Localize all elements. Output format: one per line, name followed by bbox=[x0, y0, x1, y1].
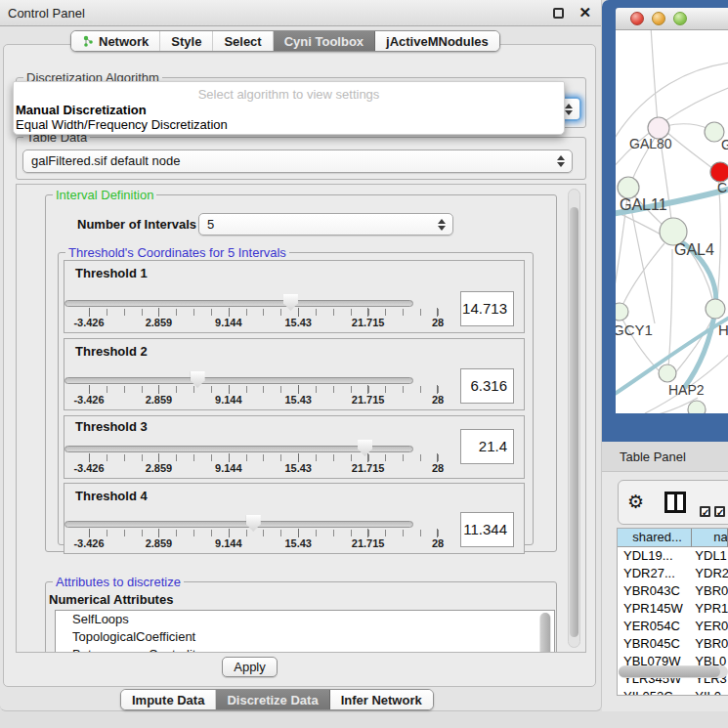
scrollbar-thumb[interactable] bbox=[619, 666, 720, 677]
network-view-window: GAL80 GA C GAL11 GAL4 GCY1 H HAP2 bbox=[602, 0, 728, 442]
tab-infer-network[interactable]: Infer Network bbox=[330, 690, 433, 709]
numerical-attributes-list: SelfLoops TopologicalCoefficient Between… bbox=[55, 610, 555, 653]
threshold-1-slider-track[interactable] bbox=[64, 300, 413, 307]
table-panel-titlebar: Table Panel bbox=[602, 442, 728, 472]
tab-cyni-toolbox[interactable]: Cyni Toolbox bbox=[274, 31, 375, 51]
close-traffic-light-icon[interactable] bbox=[630, 12, 644, 25]
threshold-4-panel: Threshold 4 -3.426 2.859 9.144 15.43 21.… bbox=[64, 483, 525, 554]
list-item[interactable]: BetweennessCentrality bbox=[56, 646, 554, 653]
threshold-1-panel: Threshold 1 -3.426 2.859 9.144 15.43 21.… bbox=[64, 260, 525, 333]
node-red bbox=[710, 162, 728, 182]
threshold-2-slider-track[interactable] bbox=[64, 377, 413, 384]
apply-button[interactable]: Apply bbox=[222, 657, 278, 677]
number-of-intervals-combo[interactable]: 5 bbox=[198, 213, 453, 236]
table-row[interactable]: YPR145WYPR1 bbox=[618, 600, 728, 618]
threshold-4-slider-track[interactable] bbox=[64, 521, 413, 528]
node-table: shared... na YDL19...YDL1 YDR27...YDR2 Y… bbox=[617, 528, 728, 696]
table-row[interactable]: YBR043CYBR0 bbox=[618, 582, 728, 600]
algorithm-option-manual[interactable]: Manual Discretization bbox=[16, 103, 147, 117]
tab-network[interactable]: Network bbox=[71, 31, 160, 51]
node-label: GAL80 bbox=[629, 136, 672, 151]
table-row[interactable]: YDR27...YDR2 bbox=[618, 565, 728, 582]
table-horizontal-scrollbar[interactable] bbox=[619, 665, 728, 678]
node-label: HAP2 bbox=[668, 382, 705, 398]
attributes-group-title: Attributes to discretize bbox=[53, 575, 184, 589]
control-panel-titlebar: Control Panel ✕ bbox=[0, 0, 601, 26]
float-window-icon[interactable] bbox=[553, 8, 564, 19]
table-data-combo-value: galFiltered.sif default node bbox=[31, 153, 180, 168]
algorithm-option-equal-width[interactable]: Equal Width/Frequency Discretization bbox=[16, 117, 228, 132]
columns-icon[interactable] bbox=[664, 492, 686, 513]
combo-stepper-icon bbox=[557, 150, 565, 172]
tick-marks bbox=[89, 454, 439, 461]
threshold-3-panel: Threshold 3 -3.426 2.859 9.144 15.43 21.… bbox=[64, 415, 525, 479]
panel-title: Control Panel bbox=[8, 0, 85, 26]
node-label: GAL11 bbox=[620, 196, 667, 213]
tab-discretize-data-label: Discretize Data bbox=[227, 693, 318, 707]
table-data-combo[interactable]: galFiltered.sif default node bbox=[22, 150, 573, 173]
tab-select[interactable]: Select bbox=[213, 31, 273, 51]
column-header-shared-name[interactable]: shared... bbox=[618, 529, 692, 547]
list-item[interactable]: TopologicalCoefficient bbox=[56, 628, 554, 646]
table-row[interactable]: YIL052CYIL0 bbox=[618, 688, 728, 696]
settings-vertical-scrollbar[interactable] bbox=[568, 189, 580, 648]
node-label: GCY1 bbox=[616, 321, 653, 338]
tick-marks bbox=[89, 530, 439, 536]
tab-discretize-data[interactable]: Discretize Data bbox=[216, 690, 329, 709]
control-panel-window: Control Panel ✕ Network Style Select Cyn… bbox=[0, 0, 602, 711]
table-data-group: Table Data galFiltered.sif default node bbox=[16, 137, 586, 180]
table-header-row: shared... na bbox=[618, 529, 728, 547]
table-panel-body: ⚙ ✓ ✓ shared... na YDL19...YDL1 YDR27...… bbox=[602, 472, 728, 711]
tab-impute-data[interactable]: Impute Data bbox=[121, 690, 216, 709]
threshold-2-value-field[interactable]: 6.316 bbox=[460, 368, 514, 404]
screen: Control Panel ✕ Network Style Select Cyn… bbox=[0, 0, 728, 728]
tab-style[interactable]: Style bbox=[160, 31, 213, 51]
settings-scroll-pane: Interval Definition Number of Intervals … bbox=[16, 184, 586, 653]
network-canvas[interactable]: GAL80 GA C GAL11 GAL4 GCY1 H HAP2 bbox=[616, 30, 728, 413]
tab-infer-network-label: Infer Network bbox=[341, 693, 422, 707]
threshold-4-label: Threshold 4 bbox=[75, 489, 148, 503]
tick-marks bbox=[89, 386, 439, 393]
list-scrollbar[interactable] bbox=[539, 613, 551, 653]
threshold-2-panel: Threshold 2 -3.426 2.859 9.144 15.43 21.… bbox=[64, 338, 525, 410]
network-icon bbox=[82, 35, 95, 48]
gear-icon[interactable]: ⚙ bbox=[627, 490, 644, 515]
interval-definition-group: Interval Definition Number of Intervals … bbox=[45, 194, 557, 552]
node-hap2 bbox=[659, 364, 676, 382]
close-icon[interactable]: ✕ bbox=[578, 4, 591, 21]
table-row[interactable]: YDL19...YDL1 bbox=[618, 547, 728, 565]
tab-jactivemnodules[interactable]: jActiveMNodules bbox=[375, 31, 499, 51]
checkbox-icon[interactable]: ✓ bbox=[700, 506, 710, 517]
table-row[interactable]: YER054CYER0 bbox=[618, 618, 728, 635]
tab-jactivemnodules-label: jActiveMNodules bbox=[386, 34, 489, 49]
table-panel-title: Table Panel bbox=[620, 442, 686, 472]
tab-impute-data-label: Impute Data bbox=[132, 693, 204, 707]
node-label: GAL4 bbox=[674, 241, 714, 258]
node-label: GA bbox=[721, 137, 728, 152]
tick-labels: -3.426 2.859 9.144 15.43 21.715 28 bbox=[89, 317, 438, 329]
column-header-name[interactable]: na bbox=[692, 529, 728, 547]
table-panel-toolbar: ⚙ ✓ ✓ bbox=[618, 480, 728, 525]
tick-labels: -3.426 2.859 9.144 15.43 21.715 28 bbox=[89, 394, 438, 407]
node-gcy1 bbox=[616, 303, 628, 321]
tab-network-label: Network bbox=[99, 34, 149, 49]
scrollbar-thumb[interactable] bbox=[570, 207, 578, 637]
zoom-traffic-light-icon[interactable] bbox=[673, 12, 687, 25]
thresholds-group: Threshold's Coordinates for 5 Intervals … bbox=[58, 252, 534, 545]
threshold-3-label: Threshold 3 bbox=[75, 419, 148, 434]
tab-style-label: Style bbox=[171, 34, 201, 49]
checkbox-icon[interactable]: ✓ bbox=[714, 506, 725, 517]
threshold-2-label: Threshold 2 bbox=[75, 344, 148, 359]
threshold-3-value-field[interactable]: 21.4 bbox=[460, 429, 514, 464]
combo-stepper-icon bbox=[438, 214, 446, 235]
interval-definition-title: Interval Definition bbox=[53, 188, 156, 202]
tick-labels: -3.426 2.859 9.144 15.43 21.715 28 bbox=[89, 537, 438, 550]
node-label: H bbox=[718, 321, 728, 338]
tick-labels: -3.426 2.859 9.144 15.43 21.715 28 bbox=[89, 462, 438, 475]
threshold-1-value-field[interactable]: 14.713 bbox=[460, 291, 514, 326]
list-item[interactable]: SelfLoops bbox=[56, 611, 554, 628]
algorithm-placeholder-option[interactable]: Select algorithm to view settings bbox=[14, 87, 564, 102]
table-row[interactable]: YBR045CYBR0 bbox=[618, 635, 728, 653]
minimize-traffic-light-icon[interactable] bbox=[652, 12, 665, 25]
threshold-4-value-field[interactable]: 11.344 bbox=[460, 512, 514, 547]
